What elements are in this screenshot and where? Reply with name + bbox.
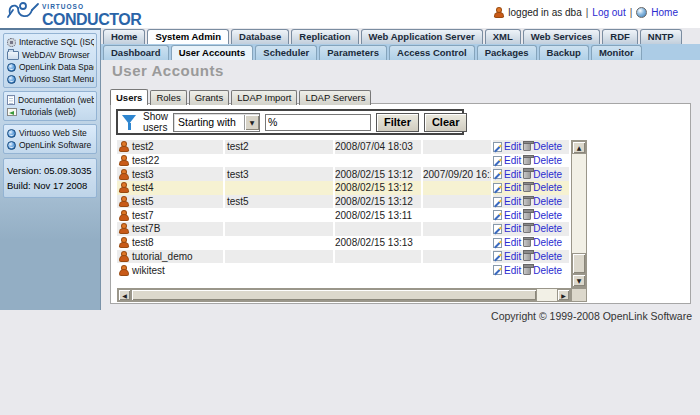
section-tab[interactable]: Users bbox=[110, 89, 148, 105]
edit-icon[interactable] bbox=[493, 210, 502, 220]
secondary-nav-tab[interactable]: Parameters bbox=[319, 45, 387, 60]
primary-nav-tab[interactable]: XML bbox=[485, 29, 521, 44]
delete-link[interactable]: Delete bbox=[533, 196, 562, 207]
edit-link[interactable]: Edit bbox=[504, 251, 521, 262]
filter-label: Show users bbox=[143, 111, 168, 133]
horizontal-scrollbar[interactable]: ◀ ▶ bbox=[117, 288, 571, 302]
sidebar-item[interactable]: OpenLink Software bbox=[6, 139, 94, 151]
vertical-scrollbar[interactable]: ▲ ▼ bbox=[571, 140, 587, 288]
chevron-down-icon[interactable]: ▼ bbox=[244, 115, 259, 130]
delete-link[interactable]: Delete bbox=[533, 251, 562, 262]
delete-icon[interactable] bbox=[523, 266, 531, 275]
edit-link[interactable]: Edit bbox=[504, 237, 521, 248]
edit-icon[interactable] bbox=[493, 238, 502, 248]
logo-conductor-text: CONDUCTOR bbox=[42, 12, 141, 28]
primary-nav-tab[interactable]: Replication bbox=[291, 29, 358, 44]
delete-link[interactable]: Delete bbox=[533, 265, 562, 276]
delete-link[interactable]: Delete bbox=[533, 237, 562, 248]
user-icon bbox=[119, 170, 129, 179]
username: tutorial_demo bbox=[132, 251, 193, 262]
sidebar-item[interactable]: Virtuoso Start Menu bbox=[6, 73, 94, 85]
edit-link[interactable]: Edit bbox=[504, 141, 521, 152]
edit-icon[interactable] bbox=[493, 156, 502, 166]
scroll-up-arrow-icon[interactable]: ▲ bbox=[572, 141, 586, 154]
scroll-right-arrow-icon[interactable]: ▶ bbox=[557, 289, 570, 301]
edit-icon[interactable] bbox=[493, 224, 502, 234]
primary-nav-tab[interactable]: Database bbox=[231, 29, 289, 44]
delete-icon[interactable] bbox=[523, 211, 531, 220]
secondary-nav-tab[interactable]: Backup bbox=[539, 45, 589, 60]
date-1: 2008/02/15 13:12 bbox=[335, 181, 421, 195]
section-tab[interactable]: Grants bbox=[189, 90, 230, 105]
sidebar-item[interactable]: Tutorials (web) bbox=[6, 106, 94, 118]
delete-icon[interactable] bbox=[523, 238, 531, 247]
secondary-nav-tab[interactable]: Dashboard bbox=[103, 45, 169, 60]
sidebar-item[interactable]: Virtuoso Web Site bbox=[6, 127, 94, 139]
primary-nav-tab[interactable]: Web Application Server bbox=[361, 29, 483, 44]
pattern-input[interactable] bbox=[265, 114, 371, 131]
edit-icon[interactable] bbox=[493, 183, 502, 193]
delete-icon[interactable] bbox=[523, 183, 531, 192]
section-tab[interactable]: LDAP Import bbox=[231, 90, 297, 105]
secondary-nav-tab[interactable]: Access Control bbox=[389, 45, 475, 60]
primary-nav-tab[interactable]: NNTP bbox=[640, 29, 682, 44]
edit-link[interactable]: Edit bbox=[504, 210, 521, 221]
delete-link[interactable]: Delete bbox=[533, 169, 562, 180]
match-mode-select[interactable]: Starting with ▼ bbox=[173, 113, 260, 132]
delete-icon[interactable] bbox=[523, 252, 531, 261]
date-1: 2008/07/04 18:03 bbox=[335, 140, 421, 154]
edit-icon[interactable] bbox=[493, 197, 502, 207]
scroll-left-arrow-icon[interactable]: ◀ bbox=[118, 289, 131, 301]
username: wikitest bbox=[132, 265, 165, 276]
sidebar-item[interactable]: Documentation (web) bbox=[6, 94, 94, 106]
globe-icon bbox=[7, 129, 16, 138]
secondary-nav-tab[interactable]: User Accounts bbox=[171, 45, 254, 60]
date-2 bbox=[423, 208, 491, 222]
user-icon bbox=[119, 252, 129, 261]
primary-nav-tab[interactable]: RDF bbox=[602, 29, 638, 44]
primary-nav-tab[interactable]: Home bbox=[103, 29, 145, 44]
edit-icon[interactable] bbox=[493, 169, 502, 179]
primary-nav-tab[interactable]: Web Services bbox=[523, 29, 601, 44]
home-link[interactable]: Home bbox=[651, 7, 678, 18]
date-1 bbox=[335, 263, 421, 277]
horizontal-scrollbar-thumb[interactable] bbox=[131, 289, 537, 301]
sidebar-item[interactable]: OpenLink Data Spaces bbox=[6, 61, 94, 73]
edit-link[interactable]: Edit bbox=[504, 265, 521, 276]
sidebar-item[interactable]: Interactive SQL (ISQL) bbox=[6, 36, 94, 48]
secondary-nav-tab[interactable]: Scheduler bbox=[255, 45, 317, 60]
delete-icon[interactable] bbox=[523, 156, 531, 165]
section-tab[interactable]: Roles bbox=[150, 90, 186, 105]
sidebar-item[interactable]: WebDAV Browser bbox=[6, 48, 94, 61]
clear-button[interactable]: Clear bbox=[424, 113, 468, 132]
primary-nav-tab[interactable]: System Admin bbox=[147, 29, 229, 44]
edit-link[interactable]: Edit bbox=[504, 196, 521, 207]
scroll-down-arrow-icon[interactable]: ▼ bbox=[572, 274, 586, 287]
delete-link[interactable]: Delete bbox=[533, 155, 562, 166]
edit-link[interactable]: Edit bbox=[504, 223, 521, 234]
user-icon bbox=[119, 156, 129, 165]
secondary-nav-tab[interactable]: Monitor bbox=[591, 45, 642, 60]
delete-link[interactable]: Delete bbox=[533, 223, 562, 234]
secondary-nav-tab[interactable]: Packages bbox=[477, 45, 537, 60]
edit-link[interactable]: Edit bbox=[504, 182, 521, 193]
delete-icon[interactable] bbox=[523, 170, 531, 179]
full-name bbox=[225, 181, 333, 195]
delete-icon[interactable] bbox=[523, 224, 531, 233]
section-tab[interactable]: LDAP Servers bbox=[299, 90, 371, 105]
edit-icon[interactable] bbox=[493, 265, 502, 275]
edit-link[interactable]: Edit bbox=[504, 155, 521, 166]
delete-link[interactable]: Delete bbox=[533, 210, 562, 221]
edit-icon[interactable] bbox=[493, 142, 502, 152]
delete-link[interactable]: Delete bbox=[533, 141, 562, 152]
delete-icon[interactable] bbox=[523, 142, 531, 151]
vertical-scrollbar-thumb[interactable] bbox=[572, 253, 586, 274]
edit-link[interactable]: Edit bbox=[504, 169, 521, 180]
delete-link[interactable]: Delete bbox=[533, 182, 562, 193]
delete-icon[interactable] bbox=[523, 197, 531, 206]
logout-link[interactable]: Log out bbox=[592, 7, 625, 18]
edit-icon[interactable] bbox=[493, 251, 502, 261]
horizontal-scrollbar-track[interactable] bbox=[537, 289, 557, 301]
filter-button[interactable]: Filter bbox=[376, 113, 419, 132]
match-mode-value: Starting with bbox=[174, 116, 244, 128]
